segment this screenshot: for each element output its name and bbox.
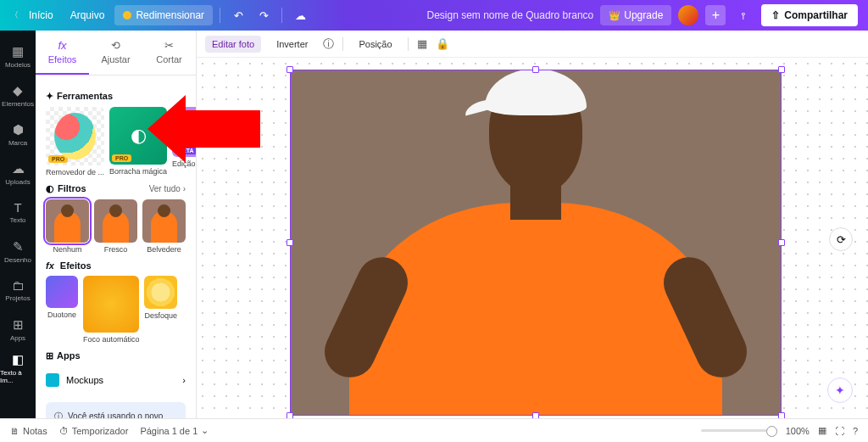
- separator: [281, 8, 282, 23]
- iconbar-desenho[interactable]: ✎Desenho: [0, 232, 36, 270]
- iconbar-icon: 🗀: [12, 278, 25, 293]
- filter-nenhum[interactable]: Nenhum: [46, 199, 89, 254]
- tools-title: Ferramentas: [57, 91, 113, 101]
- filter-label: Fresco: [94, 245, 137, 254]
- comment-button[interactable]: ⟳: [829, 227, 853, 251]
- redo-icon[interactable]: ↷: [253, 4, 275, 26]
- badge: PRO: [112, 154, 131, 162]
- iconbar-modelos[interactable]: ▦Modelos: [0, 37, 36, 75]
- iconbar-label: Elementos: [2, 100, 34, 108]
- design-title[interactable]: Design sem nome de Quadro branco: [427, 9, 594, 21]
- iconbar-icon: ⬢: [13, 122, 24, 137]
- edit-photo-button[interactable]: Editar foto: [205, 36, 261, 53]
- iconbar-texto[interactable]: TTexto: [0, 193, 36, 231]
- canvas[interactable]: ⟳ ✦: [197, 58, 868, 418]
- resize-button[interactable]: Redimensionar: [114, 5, 213, 25]
- panel-tab-efeitos[interactable]: fxEfeitos: [36, 31, 89, 75]
- effect-desfoque[interactable]: Desfoque: [144, 276, 177, 344]
- cloud-sync-icon: ☁: [289, 4, 311, 26]
- help-icon[interactable]: ?: [853, 426, 858, 436]
- magic-button[interactable]: ✦: [827, 378, 853, 403]
- iconbar-label: Desenho: [4, 256, 31, 264]
- resize-handle[interactable]: [287, 239, 293, 246]
- transparency-icon[interactable]: ▦: [417, 37, 427, 50]
- chevron-left-icon[interactable]: 〈: [10, 9, 19, 21]
- iconbar-icon: ◧: [12, 352, 24, 367]
- resize-handle[interactable]: [287, 66, 293, 73]
- iconbar-uploads[interactable]: ☁Uploads: [0, 154, 36, 192]
- filter-thumb: [46, 199, 89, 243]
- filter-thumb: [94, 199, 137, 243]
- avatar[interactable]: [678, 5, 698, 25]
- filters-title: Filtros: [58, 183, 86, 193]
- resize-handle[interactable]: [778, 239, 785, 246]
- resize-label: Redimensionar: [136, 9, 204, 21]
- tab-label: Efeitos: [48, 54, 77, 64]
- resize-handle[interactable]: [287, 412, 293, 418]
- position-button[interactable]: Posição: [352, 36, 398, 53]
- tool-label: Removedor de ...: [46, 168, 104, 176]
- iconbar-marca[interactable]: ⬢Marca: [0, 115, 36, 153]
- add-member-button[interactable]: +: [705, 5, 726, 25]
- home-menu[interactable]: Início: [22, 5, 60, 25]
- file-menu[interactable]: Arquivo: [64, 5, 112, 25]
- effect-label: Duotone: [46, 311, 78, 319]
- zoom-slider[interactable]: [701, 429, 777, 432]
- iconbar-icon: ⊞: [13, 317, 24, 333]
- fx-icon: fx: [46, 260, 54, 271]
- iconbar-texto à im...[interactable]: ◧Texto à Im...: [0, 350, 36, 387]
- resize-handle[interactable]: [778, 412, 785, 418]
- iconbar-label: Texto: [9, 216, 25, 224]
- iconbar-label: Uploads: [5, 178, 30, 186]
- resize-handle[interactable]: [778, 66, 785, 73]
- see-all-filters[interactable]: Ver tudo ›: [149, 184, 186, 193]
- panel-tab-cortar[interactable]: ✂Cortar: [142, 31, 196, 75]
- timer-button[interactable]: ⏱ Temporizador: [59, 426, 129, 436]
- info-icon[interactable]: ⓘ: [323, 36, 334, 52]
- iconbar-label: Texto à Im...: [0, 369, 36, 384]
- iconbar-icon: ◆: [13, 83, 23, 98]
- filter-belvedere[interactable]: Belvedere: [142, 199, 186, 254]
- zoom-value[interactable]: 100%: [786, 426, 810, 436]
- effect-foco-automático[interactable]: Foco automático: [83, 276, 140, 344]
- iconbar-icon: ☁: [12, 161, 25, 176]
- notes-button[interactable]: 🗎 Notas: [10, 426, 47, 436]
- panel-tab-ajustar[interactable]: ⟲Ajustar: [89, 31, 142, 75]
- tool-removedor-de-[interactable]: PRORemovedor de ...: [46, 107, 104, 176]
- lock-icon[interactable]: 🔒: [436, 37, 449, 50]
- invert-button[interactable]: Inverter: [270, 36, 314, 53]
- resize-handle[interactable]: [532, 412, 539, 418]
- home-label: Início: [29, 9, 53, 21]
- tab-icon: fx: [58, 39, 66, 52]
- fullscreen-icon[interactable]: ⛶: [835, 426, 844, 436]
- tab-label: Cortar: [156, 54, 182, 64]
- sparkle-icon: ✦: [46, 91, 53, 101]
- filter-fresco[interactable]: Fresco: [94, 199, 137, 254]
- resize-handle[interactable]: [532, 66, 539, 73]
- iconbar-projetos[interactable]: 🗀Projetos: [0, 271, 36, 309]
- tab-icon: ⟲: [111, 39, 120, 52]
- tool-thumb: PRO: [46, 107, 104, 165]
- page-indicator[interactable]: Página 1 de 1 ⌄: [140, 425, 209, 436]
- upgrade-button[interactable]: Upgrade: [600, 5, 671, 25]
- effect-label: Desfoque: [144, 311, 177, 320]
- iconbar-label: Marca: [8, 139, 27, 147]
- undo-icon[interactable]: ↶: [227, 4, 249, 26]
- info-icon: ⓘ: [54, 411, 63, 418]
- mockups-icon: [46, 373, 59, 387]
- share-button[interactable]: ⇧ Compartilhar: [761, 4, 858, 26]
- insights-icon[interactable]: ⫯: [732, 4, 754, 26]
- apps-icon: ⊞: [46, 350, 53, 361]
- iconbar-label: Apps: [10, 334, 25, 342]
- mockups-label: Mockups: [66, 375, 103, 385]
- filter-icon: ◐: [46, 183, 54, 193]
- iconbar-apps[interactable]: ⊞Apps: [0, 311, 36, 348]
- mockups-app[interactable]: Mockups ›: [46, 366, 186, 394]
- iconbar-icon: ✎: [13, 239, 24, 255]
- grid-view-icon[interactable]: ▦: [818, 425, 826, 436]
- iconbar-elementos[interactable]: ◆Elementos: [0, 76, 36, 114]
- filter-label: Nenhum: [46, 245, 89, 254]
- iconbar-icon: ▦: [12, 44, 24, 59]
- effect-duotone[interactable]: Duotone: [46, 276, 78, 344]
- image-selection[interactable]: [290, 70, 782, 416]
